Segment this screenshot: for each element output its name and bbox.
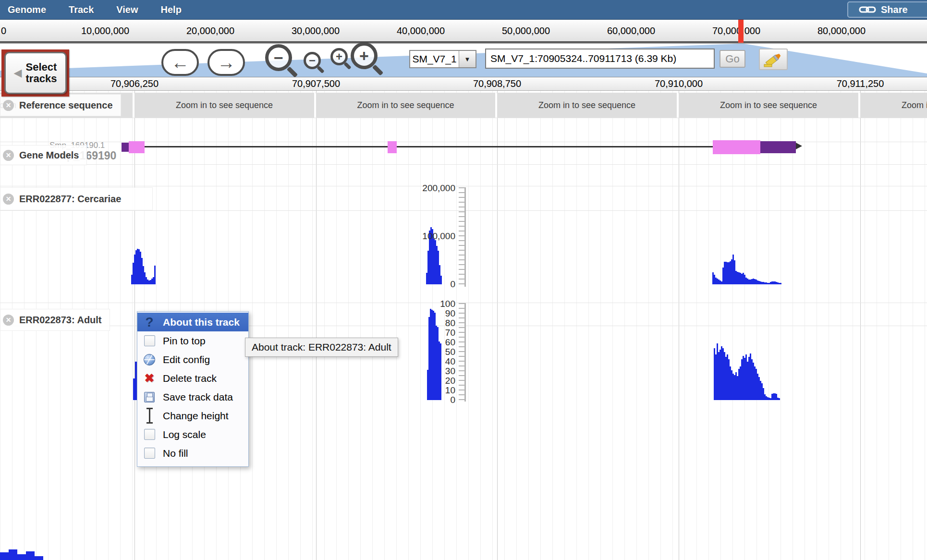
- checkbox-icon: [142, 429, 157, 440]
- coverage-bar: [26, 551, 35, 560]
- context-menu-item-delete-track[interactable]: ✖Delete track: [137, 369, 248, 388]
- select-tracks-button[interactable]: ◀ Select tracks: [4, 52, 67, 94]
- zoom-out-small-button[interactable]: −: [304, 52, 321, 69]
- context-menu-item-label: Save track data: [163, 391, 233, 403]
- chromosome-dropdown-button[interactable]: ▼: [459, 50, 476, 68]
- scale-ruler: [459, 303, 466, 402]
- context-menu-item-about-this-track[interactable]: ?About this track: [137, 313, 248, 331]
- scale-tick-label: 80: [445, 318, 455, 329]
- detail-ruler-label: 70,907,500: [292, 78, 340, 89]
- zoom-out-large-button[interactable]: −: [265, 44, 292, 71]
- zoom-in-small-button[interactable]: +: [330, 48, 348, 65]
- close-track-icon[interactable]: ✕: [3, 100, 14, 111]
- coverage-bar: [440, 276, 442, 284]
- context-menu-item-log-scale[interactable]: Log scale: [137, 425, 248, 444]
- coverage-bar: [17, 554, 26, 560]
- refseq-block: Zoom in to see sequence: [860, 93, 927, 118]
- scale-tick-label: 20: [445, 376, 455, 386]
- track-label-gene-models[interactable]: ✕ Gene Models: [0, 145, 87, 165]
- context-menu-item-change-height[interactable]: Change height: [137, 406, 248, 425]
- gene-model-line: [122, 146, 796, 147]
- globe-icon: [144, 354, 155, 365]
- scale-tick-label: 30: [445, 366, 455, 377]
- context-menu-item-label: Pin to top: [163, 335, 206, 347]
- menubar-item-genome[interactable]: Genome: [8, 4, 46, 15]
- context-menu-item-label: Log scale: [163, 429, 206, 440]
- close-track-icon[interactable]: ✕: [3, 315, 14, 326]
- gene-strand-arrow-icon: [796, 143, 802, 149]
- gene-exon[interactable]: [129, 141, 145, 153]
- pan-right-button[interactable]: →: [207, 49, 245, 76]
- zoom-in-large-button[interactable]: +: [351, 42, 378, 69]
- scale-tick-label: 50: [445, 347, 455, 357]
- overview-ruler-label: 50,000,000: [502, 25, 550, 36]
- context-menu-item-pin-to-top[interactable]: Pin to top: [137, 331, 248, 350]
- overview-ruler[interactable]: 010,000,00020,000,00030,000,00040,000,00…: [0, 20, 927, 43]
- detail-ruler-label: 70,908,750: [473, 78, 521, 89]
- context-menu-item-no-fill[interactable]: No fill: [137, 444, 248, 463]
- context-menu-item-label: About this track: [163, 317, 240, 328]
- scale-tick-label: 200,000: [422, 183, 455, 194]
- gene-exon[interactable]: [388, 141, 397, 153]
- chromosome-selector: SM_V7_1 ▼: [409, 50, 476, 68]
- go-button[interactable]: Go: [720, 50, 745, 68]
- track-label-text: Gene Models: [19, 150, 79, 161]
- detail-ruler-label: 70,910,000: [655, 78, 703, 89]
- height-icon: [142, 408, 157, 424]
- checkbox[interactable]: [144, 335, 155, 346]
- context-menu-item-label: Delete track: [163, 373, 217, 384]
- overview-position-marker: [738, 20, 744, 43]
- close-track-icon[interactable]: ✕: [3, 150, 14, 161]
- coverage-bar: [9, 549, 17, 560]
- highlighter-icon: [763, 51, 784, 68]
- genome-browser-window: GenomeTrackViewHelp Share 010,000,00020,…: [0, 0, 927, 560]
- track-label-adult[interactable]: ✕ ERR022873: Adult: [0, 309, 110, 331]
- horizontal-gridline: [0, 118, 927, 118]
- select-tracks-highlight-frame: ◀ Select tracks: [1, 49, 69, 97]
- menubar-item-view[interactable]: View: [116, 4, 138, 15]
- refseq-block: Zoom in to see sequence: [316, 93, 496, 118]
- horizontal-gridline: [0, 186, 927, 186]
- scale-tick-label: 0: [450, 279, 455, 290]
- close-track-icon[interactable]: ✕: [3, 194, 14, 205]
- checkbox-icon: [142, 448, 157, 459]
- link-icon: [859, 5, 876, 14]
- checkbox[interactable]: [144, 429, 155, 440]
- coverage-bar: [440, 343, 441, 400]
- context-menu-item-label: No fill: [163, 448, 188, 459]
- share-button[interactable]: Share: [847, 1, 927, 18]
- scale-tick-label: 100: [440, 299, 455, 309]
- track-label-cercariae[interactable]: ✕ ERR022877: Cercariae: [0, 187, 153, 210]
- scale-tick-label: 0: [450, 395, 455, 405]
- track-label-reference-sequence[interactable]: ✕ Reference sequence: [0, 94, 121, 116]
- context-menu-item-edit-config[interactable]: Edit config: [137, 350, 248, 369]
- detail-ruler[interactable]: 70,906,25070,907,50070,908,75070,910,000…: [0, 77, 927, 91]
- gene-exon[interactable]: [713, 140, 760, 154]
- menubar-item-track[interactable]: Track: [69, 4, 94, 15]
- track-label-text: ERR022873: Adult: [19, 315, 102, 326]
- chromosome-value[interactable]: SM_V7_1: [409, 50, 459, 68]
- globe-icon: [142, 354, 157, 365]
- context-menu-item-save-track-data[interactable]: Save track data: [137, 388, 248, 406]
- pan-left-button[interactable]: ←: [161, 49, 199, 76]
- track-label-text: Reference sequence: [19, 100, 113, 111]
- save-icon: [142, 392, 157, 402]
- scale-tick-label: 70: [445, 328, 455, 338]
- checkbox-icon: [142, 335, 157, 346]
- menubar: GenomeTrackViewHelp Share: [0, 0, 927, 20]
- gene-exon[interactable]: [122, 143, 129, 152]
- highlight-region-button[interactable]: [759, 49, 788, 70]
- context-menu-item-label: Edit config: [163, 354, 210, 365]
- delete-icon: ✖: [142, 371, 157, 385]
- left-triangle-icon: ◀: [14, 68, 22, 78]
- location-input[interactable]: SM_V7_1:70905324..70911713 (6.39 Kb): [485, 49, 715, 69]
- gene-exon[interactable]: [760, 141, 796, 153]
- coverage-bar: [0, 552, 9, 560]
- refseq-block: Zoom in to see sequence: [679, 93, 859, 118]
- checkbox[interactable]: [144, 448, 155, 459]
- reference-sequence-track: Zoom in to see sequenceZoom in to see se…: [0, 93, 927, 118]
- overview-ruler-label: 60,000,000: [607, 25, 655, 36]
- menubar-item-help[interactable]: Help: [161, 4, 182, 15]
- tooltip: About track: ERR022873: Adult: [245, 338, 398, 357]
- menubar-items: GenomeTrackViewHelp: [8, 4, 182, 15]
